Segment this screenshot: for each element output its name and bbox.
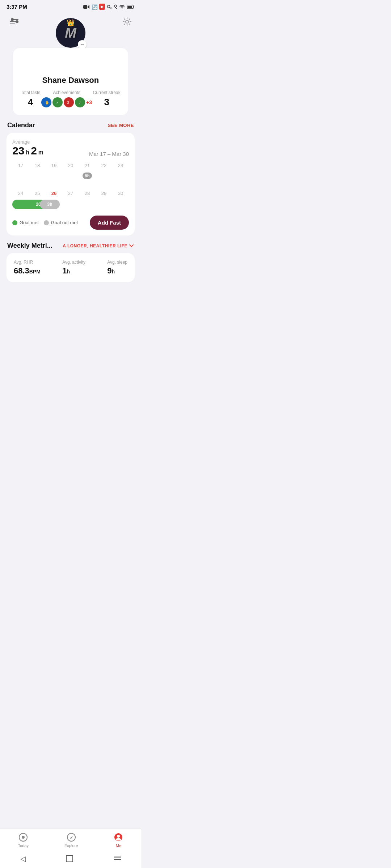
day-21-bubble: 9h: [83, 173, 92, 179]
cal-day-18: 18: [29, 162, 46, 169]
add-fast-button[interactable]: Add Fast: [90, 216, 129, 230]
cal-cell-22: [96, 172, 112, 185]
cal-day-24: 24: [12, 190, 29, 197]
legend-goal-not-met: Goal not met: [44, 220, 78, 225]
sleep-metric: Avg. sleep 9h: [107, 260, 127, 276]
legend-goal-met: Goal met: [12, 220, 39, 225]
wifi-icon: [119, 5, 125, 9]
crown-icon: 👑: [67, 19, 75, 27]
fast-gray-segment: 3h: [40, 200, 60, 209]
avatar-wrapper: 👑 M ✏: [55, 17, 87, 49]
average-hours: 23: [12, 145, 24, 157]
legend-dot-green: [12, 220, 17, 225]
achievement-2: ✓: [52, 97, 63, 107]
profile-stats: Total fasts 4 Achievements ✋ ✓ 3 ✓: [20, 90, 121, 108]
achievements-stat: Achievements ✋ ✓ 3 ✓ +3: [41, 90, 92, 108]
weekly-section: Weekly Metri... A LONGER, HEALTHIER LIFE…: [7, 242, 135, 282]
cal-cell-20: [62, 172, 79, 185]
cal-day-27: 27: [62, 190, 79, 197]
calendar-date-range: Mar 17 – Mar 30: [89, 151, 129, 157]
svg-rect-7: [127, 6, 132, 8]
calendar-card: Average 23h 2m Mar 17 – Mar 30 17 18 19 …: [7, 133, 135, 235]
cal-cell-18: [29, 172, 46, 185]
legend-dot-gray: [44, 220, 49, 225]
weekly-header: Weekly Metri... A LONGER, HEALTHIER LIFE: [7, 242, 135, 250]
achievements-plus: +3: [86, 99, 92, 105]
calendar-title: Calendar: [7, 122, 35, 129]
total-fasts-label: Total fasts: [21, 90, 40, 95]
calendar-average: Average 23h 2m: [12, 139, 43, 157]
cal-day-19: 19: [46, 162, 62, 169]
achievement-3: 3: [64, 97, 74, 107]
weekly-subtitle[interactable]: A LONGER, HEALTHIER LIFE: [63, 243, 134, 248]
sleep-value: 9h: [107, 266, 127, 276]
cal-day-29: 29: [96, 190, 112, 197]
profile-name: Shane Dawson: [42, 76, 99, 85]
calendar-section-header: Calendar SEE MORE: [0, 122, 141, 133]
cal-day-20: 20: [62, 162, 79, 169]
calendar-top-row: Average 23h 2m Mar 17 – Mar 30: [12, 139, 129, 157]
cal-day-26: 26: [46, 190, 62, 197]
cal-cell-17: [12, 172, 29, 185]
sleep-label: Avg. sleep: [107, 260, 127, 265]
filter-button[interactable]: [7, 15, 21, 29]
average-minutes: 2: [31, 145, 37, 157]
svg-point-14: [126, 20, 129, 23]
achievement-4: ✓: [75, 97, 85, 107]
legend-goal-not-met-label: Goal not met: [51, 220, 78, 225]
status-time: 3:37 PM: [7, 4, 27, 10]
profile-section: 👑 M ✏ Shane Dawson Total fasts 4 Achieve…: [7, 32, 135, 115]
weekly-subtitle-text: A LONGER, HEALTHIER LIFE: [63, 243, 127, 248]
svg-text:3: 3: [67, 101, 69, 105]
cal-cell-19: [46, 172, 62, 185]
calendar-week1-headers: 17 18 19 20 21 22 23: [12, 162, 129, 169]
rhr-number: 68.3: [14, 266, 29, 275]
average-label: Average: [12, 139, 43, 145]
calendar-see-more[interactable]: SEE MORE: [108, 123, 134, 128]
streak-label: Current streak: [93, 90, 121, 95]
achievements-label: Achievements: [53, 90, 80, 95]
achievements-row: ✋ ✓ 3 ✓ +3: [41, 97, 92, 107]
rhr-metric: Avg. RHR 68.3BPM: [14, 260, 41, 276]
key-icon: [107, 4, 112, 9]
avatar-letter: M: [65, 25, 76, 41]
legend-row: Goal met Goal not met Add Fast: [12, 216, 129, 230]
cal-day-30: 30: [112, 190, 129, 197]
avatar-edit-button[interactable]: ✏: [78, 40, 87, 49]
total-fasts-value: 4: [28, 97, 33, 108]
achievement-1: ✋: [41, 97, 51, 107]
cal-day-22: 22: [96, 162, 112, 169]
legend-left: Goal met Goal not met: [12, 220, 78, 225]
svg-text:✓: ✓: [56, 101, 59, 105]
cal-day-28: 28: [79, 190, 96, 197]
activity-label: Avg. activity: [62, 260, 85, 265]
calendar-week2-headers: 24 25 26 27 28 29 30: [12, 190, 129, 197]
cal-day-23: 23: [112, 162, 129, 169]
svg-point-11: [16, 20, 18, 23]
cal-day-17: 17: [12, 162, 29, 169]
status-bar: 3:37 PM 🔄 ▶: [0, 0, 141, 12]
settings-button[interactable]: [120, 15, 134, 29]
activity-metric: Avg. activity 1h: [62, 260, 85, 276]
sleep-number: 9: [107, 266, 112, 275]
activity-number: 1: [62, 266, 67, 275]
legend-goal-met-label: Goal met: [20, 220, 39, 225]
bottom-spacer: [0, 289, 141, 332]
average-value: 23h 2m: [12, 145, 43, 157]
streak-stat: Current streak 3: [93, 90, 121, 108]
svg-point-5: [122, 8, 122, 9]
cal-cell-23: [112, 172, 129, 185]
cal-day-21: 21: [79, 162, 96, 169]
fast-gray-label: 3h: [47, 202, 52, 207]
svg-text:✋: ✋: [45, 100, 49, 105]
rhr-label: Avg. RHR: [14, 260, 41, 265]
camera-icon: ▶: [99, 4, 105, 10]
svg-text:✓: ✓: [79, 101, 81, 105]
total-fasts-stat: Total fasts 4: [21, 90, 40, 108]
activity-unit: h: [67, 269, 70, 275]
calendar-week1-bubbles: 9h: [12, 172, 129, 185]
svg-rect-0: [83, 5, 87, 9]
gesture-icon: 🔄: [92, 4, 97, 10]
video-icon: [83, 5, 90, 9]
streak-value: 3: [104, 97, 109, 108]
